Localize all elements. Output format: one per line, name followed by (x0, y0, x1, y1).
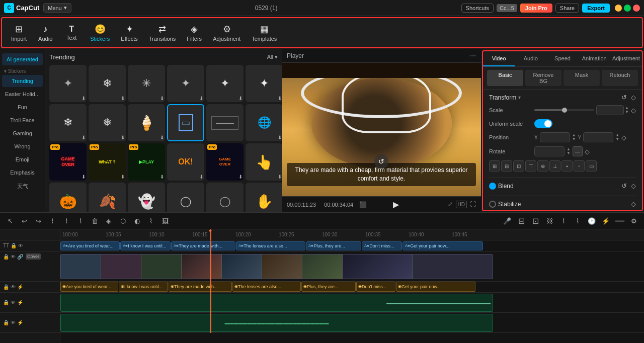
play-button[interactable]: ▶ (393, 200, 399, 209)
sidebar-item-wrong[interactable]: Wrong (2, 140, 43, 152)
tl-speed3-icon[interactable]: ⚡ (17, 284, 23, 290)
sticker-item-game-over[interactable]: Pro GAMEOVER ⬇ (49, 143, 87, 181)
align-top-icon[interactable]: ⊤ (525, 160, 536, 172)
sidebar-item-trending[interactable]: Trending (2, 75, 43, 87)
blend-title[interactable]: Blend ↺ ◇ (489, 182, 636, 190)
transform-title[interactable]: Transform ▾ ↺ ◇ (489, 94, 636, 101)
sticker-item-play[interactable]: Pro ▶PLAY ⬇ (128, 143, 165, 181)
stabilize-checkbox[interactable] (489, 201, 496, 208)
download-icon[interactable]: ⬇ (82, 96, 86, 101)
window-maximize[interactable] (624, 5, 631, 12)
tool-transitions[interactable]: ⇄ Transitions (144, 22, 181, 44)
tl-clip-subtitle-5[interactable]: Aə Don't miss... (362, 241, 402, 250)
rotate-input[interactable]: 0° (534, 146, 565, 156)
tl-eye3-icon[interactable]: 👁 (11, 284, 16, 290)
download-icon[interactable]: ⬇ (121, 135, 125, 140)
uniform-scale-toggle[interactable] (534, 119, 552, 128)
rotate-keyframe[interactable]: ◇ (585, 148, 590, 155)
tl-audio-link-icon[interactable]: 🔗 (17, 254, 23, 260)
tl-clip-orange-6[interactable]: ◉ Get your pair now... (396, 282, 475, 292)
download-icon[interactable]: ⬇ (160, 135, 164, 140)
tl-undo[interactable]: ↩ (18, 215, 30, 227)
tl-lock4-icon[interactable]: 🔒 (3, 300, 9, 305)
reset-icon[interactable]: ↺ (621, 94, 627, 101)
tl-clip-subtitle-1[interactable]: Aə I know I was until... (120, 241, 171, 250)
tl-freeze[interactable]: ◈ (103, 215, 115, 227)
tl-clip-subtitle-2[interactable]: Aə They are made with... (171, 241, 235, 250)
tl-lock3-icon[interactable]: 🔒 (3, 284, 9, 290)
download-icon[interactable]: ⬇ (278, 135, 282, 140)
tool-effects[interactable]: ✦ Effects (116, 22, 142, 44)
tl-eye-icon[interactable]: 👁 (18, 243, 23, 248)
tl-curve[interactable]: ⌇ (145, 215, 157, 227)
sticker-item-hand[interactable]: 👆⬇ (246, 143, 282, 181)
player-menu-icon[interactable]: ⋯ (470, 52, 476, 59)
tl-lock2-icon[interactable]: 🔒 (3, 254, 9, 260)
tl-color[interactable]: ◐ (131, 215, 143, 227)
tool-stickers[interactable]: 😊 Stickers (85, 22, 115, 44)
sticker-item[interactable]: 🌐⬇ (246, 104, 282, 141)
download-icon[interactable]: ⬇ (199, 174, 203, 180)
sticker-item-selected[interactable]: ▭ (167, 104, 204, 141)
sticker-item[interactable]: ✳⬇ (128, 65, 165, 102)
tab-audio[interactable]: Audio (515, 51, 546, 66)
sidebar-item-weather[interactable]: 天气 (2, 180, 43, 193)
window-close[interactable] (633, 5, 640, 12)
pos-x-stepper[interactable]: ▲▼ (572, 133, 576, 141)
sticker-item[interactable]: ❄⬇ (89, 65, 126, 102)
tab-animation[interactable]: Animation (579, 51, 610, 66)
tl-split3[interactable]: ⌇ (74, 215, 87, 227)
zoom-icon[interactable]: ⤢ (448, 201, 453, 208)
tl-clip-orange-2[interactable]: ◉ They are made with... (169, 282, 232, 292)
tl-clip-orange-5[interactable]: ◉ Don't miss... (356, 282, 395, 292)
sidebar-item-troll-face[interactable]: Troll Face (2, 114, 43, 126)
rotate-stepper[interactable]: ▲▼ (567, 147, 571, 155)
sticker-item[interactable]: ✦⬇ (49, 65, 87, 102)
audio-wave-2[interactable]: ▬▬▬▬▬▬▬▬▬▬▬▬▬▬▬▬▬▬▬▬▬▬▬ (60, 314, 493, 332)
keyframe-icon[interactable]: ◇ (631, 94, 636, 101)
shortcuts-button[interactable]: Shortcuts (461, 4, 494, 13)
tl-settings[interactable]: ⚙ (628, 215, 640, 227)
tl-clip-orange-3[interactable]: ◉ The lenses are also... (232, 282, 301, 292)
sticker-item[interactable]: ❄⬇ (49, 104, 87, 141)
tl-delete[interactable]: 🗑 (89, 215, 101, 227)
rotate-reset[interactable]: — (573, 146, 583, 156)
tl-volume[interactable]: ━━━ (614, 215, 626, 227)
sticker-item[interactable]: ✦⬇ (206, 65, 244, 102)
tl-split4[interactable]: ⌇ (557, 215, 570, 227)
sticker-item[interactable]: 🍦⬇ (128, 104, 165, 141)
share-button[interactable]: Share (555, 4, 579, 13)
join-pro-button[interactable]: Join Pro (520, 4, 552, 13)
blend-keyframe-icon[interactable]: ◇ (631, 182, 636, 190)
audio-wave-1[interactable]: // Generate random waveform bars ▬▬▬▬▬▬▬… (60, 294, 493, 312)
sidebar-item-emoji[interactable]: Emoji (2, 153, 43, 165)
sticker-item[interactable]: ✦⬇ (246, 65, 282, 102)
align-extra1-icon[interactable]: ▪ (561, 160, 573, 172)
tl-lock5-icon[interactable]: 🔒 (3, 320, 9, 325)
pos-y-stepper[interactable]: ▲▼ (615, 133, 619, 141)
video-clip-main[interactable] (60, 254, 493, 279)
fullscreen-icon[interactable]: ⛶ (470, 201, 476, 208)
sticker-item[interactable]: ◯⬇ (167, 183, 204, 212)
tl-speed4-icon[interactable]: ⚡ (17, 300, 23, 305)
tl-split5[interactable]: ⌇ (572, 215, 584, 227)
sticker-item[interactable]: 🎃⬇ (49, 183, 87, 212)
scale-input[interactable]: 100% (596, 105, 624, 115)
tl-link[interactable]: ⛓ (543, 215, 555, 227)
download-icon[interactable]: ⬇ (82, 174, 86, 180)
stabilize-title[interactable]: Stabilize ◇ (489, 200, 636, 208)
tab-speed[interactable]: Speed (546, 51, 578, 66)
tl-clip-orange-4[interactable]: ◉ Plus, they are... (301, 282, 356, 292)
tool-templates[interactable]: ▦ Templates (247, 22, 282, 44)
sub-tab-basic[interactable]: Basic (487, 70, 523, 86)
tl-mic[interactable]: 🎤 (501, 215, 513, 227)
sticker-item-game-over2[interactable]: Pro GAMEOVER ⬇ (206, 143, 244, 181)
sub-tab-remove-bg[interactable]: Remove BG (525, 70, 561, 86)
sticker-item[interactable]: ✦⬇ (167, 65, 204, 102)
tl-clip-orange-0[interactable]: ◉ Are you tired of wear... (60, 282, 118, 292)
tl-clip-subtitle-6[interactable]: Aə Get your pair now... (403, 241, 483, 250)
sidebar-item-fun[interactable]: Fun (2, 101, 43, 113)
download-icon[interactable]: ⬇ (121, 96, 125, 101)
tool-import[interactable]: ⊞ Import (6, 22, 32, 44)
align-extra3-icon[interactable]: ▭ (586, 160, 597, 172)
